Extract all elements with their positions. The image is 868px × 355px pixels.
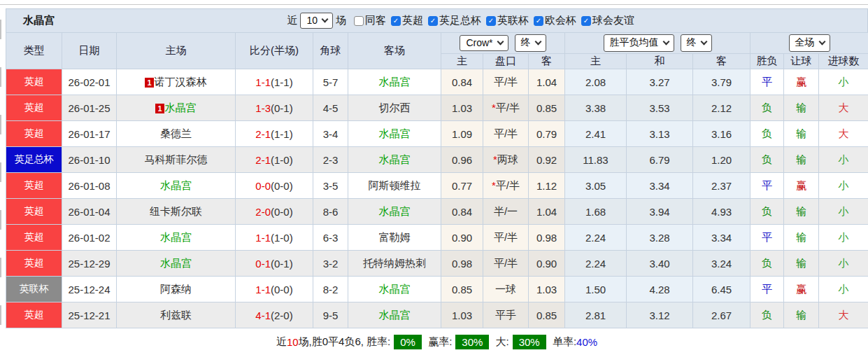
match-date: 26-01-08 [62,173,117,199]
away-team-link[interactable]: 水晶宫 [379,205,411,217]
chevron-down-icon [818,39,825,46]
sub-header-odds-away: 客 [529,54,565,69]
sub-header-avg-draw: 和 [627,54,693,69]
home-team-link[interactable]: 水晶宫 [160,231,192,243]
col-header-away: 客场 [348,33,441,69]
filter-checkbox[interactable]: ✓同客 [354,14,386,27]
home-team-cell: 水晶宫 [117,251,236,277]
home-team-cell: 利兹联 [117,302,236,328]
away-team-link[interactable]: 水晶宫 [379,153,411,165]
match-row: 英超26-01-251水晶宫1-3(0-1)4-5切尔西1.03*平/半0.85… [6,95,868,121]
checkbox-checked-icon[interactable]: ✓ [391,16,401,26]
avg-away-odds: 3.16 [693,121,750,147]
recent-games-select[interactable]: 10 [300,13,333,29]
league-badge: 英超 [6,69,62,95]
goals-result-cell: 小 [819,277,868,302]
home-team-link[interactable]: 马科斯菲尔德 [145,153,208,165]
avg-home-odds: 1.50 [565,277,627,302]
match-row: 英超25-12-21利兹联4-1(2-0)9-5水晶宫1.03平手0.852.8… [6,302,868,328]
goals-result-cell: 小 [819,69,868,95]
home-team-link[interactable]: 诺丁汉森林 [155,76,207,88]
result-group: 全场 [750,33,868,54]
home-team-cell: 阿森纳 [117,277,236,302]
left-edge-fragments [0,20,1,328]
checkbox-unchecked-icon[interactable]: ✓ [354,16,364,26]
away-team-cell: 水晶宫 [348,277,441,302]
score-cell: 4-1(2-0) [236,302,313,328]
sub-header-handicap-result: 让球 [784,54,819,69]
away-team-link[interactable]: 水晶宫 [379,283,411,295]
home-team-cell: 马科斯菲尔德 [117,147,236,173]
handicap-cell: 平/半 [483,69,529,95]
filter-checkbox[interactable]: ✓欧会杯 [534,14,576,27]
home-odds: 0.90 [441,225,483,251]
checkbox-checked-icon[interactable]: ✓ [534,16,543,26]
handicap-result-cell: 赢 [784,277,819,302]
away-team-link[interactable]: 切尔西 [379,102,411,113]
recent-label-suffix: 场 [336,14,346,27]
away-team-link[interactable]: 水晶宫 [379,309,411,321]
handicap-cell: *平/半 [483,173,529,199]
filter-checkbox-label: 英联杯 [497,14,529,27]
odds-time-select[interactable]: 终 [515,34,546,52]
filter-checkbox[interactable]: ✓球会友谊 [581,14,634,27]
avg-home-odds: 3.38 [565,95,627,121]
away-team-link[interactable]: 阿斯顿维拉 [369,179,421,191]
odds-company-select[interactable]: Crow* [460,35,508,51]
away-team-link[interactable]: 托特纳姆热刺 [363,257,426,269]
goals-result-cell: 小 [819,173,868,199]
match-date: 26-01-04 [62,199,117,225]
home-team-link[interactable]: 桑德兰 [160,127,192,139]
chevron-down-icon [322,16,329,23]
away-team-link[interactable]: 水晶宫 [379,76,411,88]
away-odds: 1.12 [529,173,565,199]
checkbox-checked-icon[interactable]: ✓ [428,16,438,26]
avg-draw-odds: 3.94 [627,199,693,225]
col-header-corner: 角球 [313,33,348,69]
home-team-link[interactable]: 水晶宫 [160,257,192,269]
result-cell: 负 [750,95,784,121]
checkbox-checked-icon[interactable]: ✓ [486,16,496,26]
home-odds: 1.03 [441,302,483,328]
recent-label-prefix: 近 [287,14,297,27]
handicap-result-cell: 输 [784,302,819,328]
col-header-date: 日期 [62,33,117,69]
col-header-type: 类型 [6,33,62,69]
match-date: 26-01-17 [62,121,117,147]
handicap-result-cell: 输 [784,147,819,173]
score-cell: 0-1(0-1) [236,251,313,277]
home-team-cell: 1水晶宫 [117,95,236,121]
home-team-link[interactable]: 纽卡斯尔联 [150,205,202,217]
home-odds: 0.96 [441,147,483,173]
scope-select[interactable]: 全场 [789,34,830,52]
filter-checkbox[interactable]: ✓英超 [391,14,423,27]
avg-away-odds: 3.79 [693,69,750,95]
handicap-cell: 一球 [483,277,529,302]
match-date: 26-01-10 [62,147,117,173]
home-team-link[interactable]: 水晶宫 [165,102,197,113]
league-badge: 英联杯 [6,277,62,302]
away-team-link[interactable]: 富勒姆 [379,231,411,243]
big-rate-badge: 30% [513,335,546,349]
avg-type-select[interactable]: 胜平负均值 [604,34,674,52]
filter-checkbox[interactable]: ✓英足总杯 [428,14,481,27]
avg-home-odds: 2.81 [565,302,627,328]
handicap-result-cell: 赢 [784,69,819,95]
filter-checkbox[interactable]: ✓英联杯 [486,14,529,27]
chevron-down-icon [662,39,669,46]
home-team-link[interactable]: 利兹联 [160,309,192,321]
average-odds-group: 胜平负均值 终 [565,33,750,54]
checkbox-checked-icon[interactable]: ✓ [581,16,591,26]
match-date: 25-12-21 [62,302,117,328]
avg-draw-odds: 3.12 [627,302,693,328]
goals-result-cell: 小 [819,147,868,173]
goals-result-cell: 小 [819,199,868,225]
avg-time-select[interactable]: 终 [681,34,712,52]
home-team-cell: 水晶宫 [117,173,236,199]
away-team-link[interactable]: 水晶宫 [379,127,411,139]
home-team-link[interactable]: 阿森纳 [160,283,192,295]
avg-home-odds: 2.08 [565,69,627,95]
home-team-link[interactable]: 水晶宫 [160,179,192,191]
matches-table: 类型 日期 主场 比分(半场) 角球 客场 Crow* 终 [6,32,868,328]
avg-away-odds: 2.37 [693,173,750,199]
